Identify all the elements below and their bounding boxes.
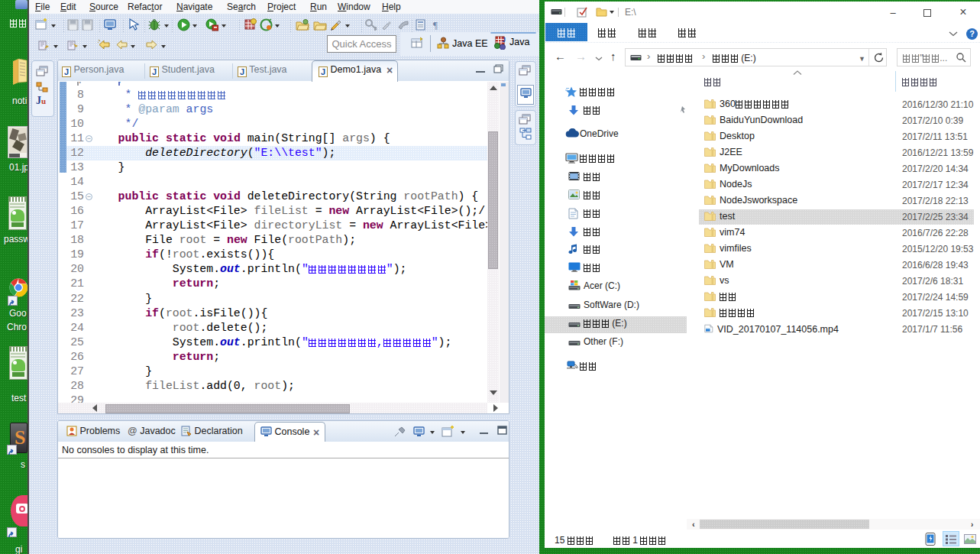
svg-text:¶: ¶ [433, 19, 438, 31]
svg-text:J: J [502, 36, 506, 44]
